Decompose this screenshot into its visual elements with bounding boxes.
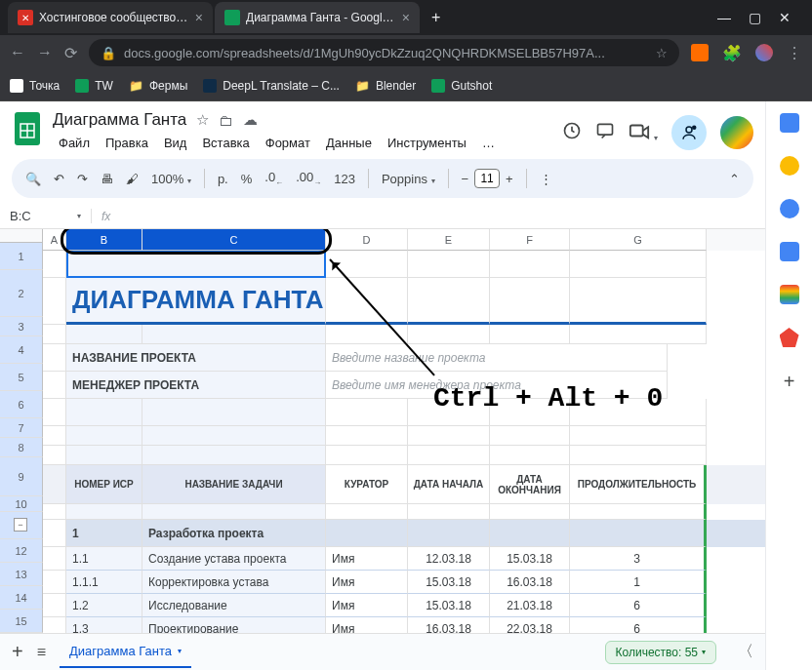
row-header[interactable]: 4 <box>0 336 43 364</box>
menu-tools[interactable]: Инструменты <box>382 133 472 153</box>
maps-icon[interactable] <box>780 285 799 304</box>
currency-button[interactable]: р. <box>218 172 228 186</box>
decrease-font-button[interactable]: − <box>462 172 469 186</box>
keep-icon[interactable] <box>780 156 799 176</box>
sheets-logo[interactable] <box>12 109 43 148</box>
row-header[interactable]: 2 <box>0 270 43 317</box>
font-select[interactable]: Poppins ▾ <box>382 172 435 186</box>
increase-decimal-button[interactable]: .00→ <box>296 170 321 187</box>
all-sheets-button[interactable]: ≡ <box>37 644 46 661</box>
col-header-selected[interactable]: C <box>142 229 326 251</box>
add-sheet-button[interactable]: + <box>12 641 23 663</box>
group-collapse-button[interactable]: − <box>14 518 27 532</box>
profile-icon[interactable] <box>755 44 773 61</box>
menu-insert[interactable]: Вставка <box>196 133 255 153</box>
tab-favicon: ✕ <box>18 10 33 25</box>
add-addon-button[interactable]: + <box>784 371 795 393</box>
row-header[interactable]: 8 <box>0 438 43 457</box>
menu-data[interactable]: Данные <box>320 133 378 153</box>
sheets-icon <box>75 79 89 93</box>
site-info-icon[interactable]: 🔒 <box>101 46 116 60</box>
row-header[interactable]: 10 <box>0 496 43 512</box>
comment-icon[interactable] <box>595 121 615 144</box>
col-header-task: НАЗВАНИЕ ЗАДАЧИ <box>142 465 326 504</box>
move-icon[interactable]: 🗀 <box>219 112 233 129</box>
collapse-toolbar-icon[interactable]: ⌃ <box>729 172 740 186</box>
increase-font-button[interactable]: + <box>506 172 513 186</box>
contacts-icon[interactable] <box>780 242 799 261</box>
extension-icon[interactable] <box>691 44 709 61</box>
col-header[interactable]: G <box>570 229 707 251</box>
avatar[interactable] <box>720 116 753 149</box>
bookmark-item[interactable]: DeepL Translate – C... <box>203 79 340 93</box>
row-header[interactable]: 14 <box>0 586 43 610</box>
close-icon[interactable]: × <box>402 10 410 25</box>
name-box[interactable]: B:C▾ <box>0 209 92 223</box>
font-size-input[interactable] <box>474 169 500 188</box>
minimize-icon[interactable]: — <box>717 10 731 25</box>
forward-icon[interactable]: → <box>37 44 53 61</box>
status-count[interactable]: Количество: 55▾ <box>605 641 716 664</box>
star-icon[interactable]: ☆ <box>196 111 209 129</box>
search-icon[interactable]: 🔍 <box>25 172 41 186</box>
col-header[interactable]: F <box>490 229 570 251</box>
sheet-tab-active[interactable]: Диаграмма Ганта▾ <box>60 636 191 668</box>
kebab-menu-icon[interactable]: ⋮ <box>787 44 802 62</box>
bookmark-item[interactable]: Точка <box>10 79 60 93</box>
close-icon[interactable]: × <box>195 10 203 25</box>
url-input[interactable]: 🔒 docs.google.com/spreadsheets/d/1MgUh90… <box>89 39 679 66</box>
maximize-icon[interactable]: ▢ <box>749 10 761 25</box>
row-header[interactable]: 3 <box>0 317 43 336</box>
extensions-menu-icon[interactable]: 🧩 <box>722 44 742 62</box>
paint-format-icon[interactable]: 🖌 <box>126 172 139 186</box>
menu-view[interactable]: Вид <box>158 133 193 153</box>
row-header[interactable]: 9 <box>0 457 43 496</box>
redo-icon[interactable]: ↷ <box>77 172 88 186</box>
row-header[interactable]: 15 <box>0 610 43 633</box>
history-icon[interactable] <box>562 121 582 144</box>
undo-icon[interactable]: ↶ <box>54 172 64 186</box>
new-tab-button[interactable]: + <box>422 9 450 26</box>
col-header[interactable]: A <box>43 229 66 251</box>
task-cell: 6 <box>570 594 707 617</box>
row-header[interactable]: 13 <box>0 563 43 586</box>
bookmark-item[interactable]: 📁Фермы <box>129 79 187 93</box>
menu-more[interactable]: … <box>476 133 501 153</box>
cloud-icon[interactable]: ☁ <box>243 111 258 129</box>
share-button[interactable] <box>671 115 707 150</box>
percent-button[interactable]: % <box>241 172 253 186</box>
more-toolbar-icon[interactable]: ⋮ <box>540 172 552 186</box>
col-header[interactable]: D <box>326 229 408 251</box>
col-header[interactable]: E <box>408 229 490 251</box>
addon-icon[interactable] <box>780 328 799 347</box>
calendar-icon[interactable] <box>780 113 799 133</box>
bookmark-item[interactable]: TW <box>75 79 113 93</box>
back-icon[interactable]: ← <box>10 44 25 61</box>
menu-format[interactable]: Формат <box>260 133 316 153</box>
row-header[interactable]: 6 <box>0 391 43 418</box>
decrease-decimal-button[interactable]: .0← <box>264 170 283 187</box>
number-format-button[interactable]: 123 <box>334 172 355 186</box>
menu-file[interactable]: Файл <box>53 133 96 153</box>
spreadsheet-grid[interactable]: ДИАГРАММА ГАНТА: ШАБЛОН НАЗВАНИЕ ПРОЕКТА… <box>43 251 765 633</box>
row-header[interactable]: 5 <box>0 364 43 391</box>
star-icon[interactable]: ☆ <box>656 46 668 60</box>
row-header[interactable]: 1 <box>0 243 43 270</box>
close-window-icon[interactable]: ✕ <box>779 10 791 25</box>
browser-tab[interactable]: ✕ Хостинговое сообщество «Tim × <box>8 2 213 33</box>
row-header[interactable]: 12 <box>0 539 43 563</box>
reload-icon[interactable]: ⟳ <box>64 44 77 62</box>
bookmark-item[interactable]: 📁Blender <box>355 79 416 93</box>
row-header[interactable]: 7 <box>0 418 43 438</box>
select-all-corner[interactable] <box>0 229 43 243</box>
explore-button[interactable]: 〈 <box>738 642 753 662</box>
tasks-icon[interactable] <box>780 199 799 218</box>
menu-edit[interactable]: Правка <box>100 133 154 153</box>
print-icon[interactable]: 🖶 <box>101 172 113 186</box>
bookmark-item[interactable]: Gutshot <box>431 79 492 93</box>
zoom-select[interactable]: 100% ▾ <box>151 172 191 186</box>
col-header-selected[interactable]: B <box>66 229 142 251</box>
browser-tab-active[interactable]: Диаграмма Ганта - Google Таб × <box>215 2 420 33</box>
meet-icon[interactable]: ▾ <box>629 121 658 144</box>
doc-title[interactable]: Диаграмма Ганта <box>53 110 186 130</box>
